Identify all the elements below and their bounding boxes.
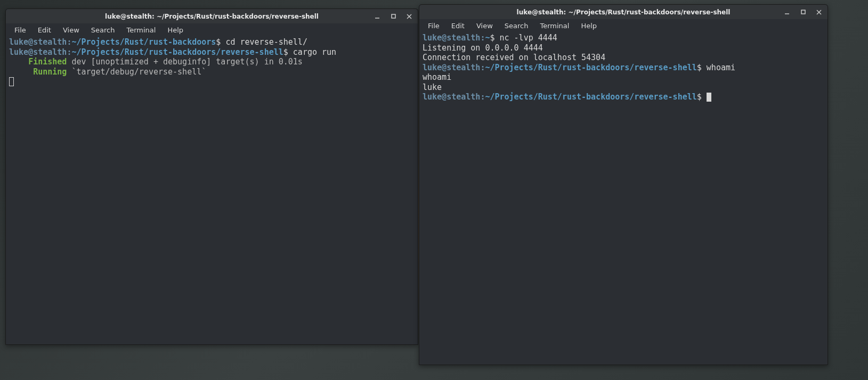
menu-edit[interactable]: Edit <box>446 21 470 31</box>
status-rest: dev [unoptimized + debuginfo] target(s) … <box>67 57 303 67</box>
maximize-icon[interactable] <box>800 9 806 15</box>
menu-file[interactable]: File <box>423 21 445 31</box>
status-finished: Finished <box>28 57 67 67</box>
prompt-dollar: $ <box>216 37 225 47</box>
maximize-icon[interactable] <box>390 13 396 20</box>
menu-file[interactable]: File <box>9 25 31 35</box>
menu-search[interactable]: Search <box>86 25 120 35</box>
term-line: luke@stealth:~$ nc -lvp 4444 <box>423 33 824 43</box>
path: ~/Projects/Rust/rust-backdoors/reverse-s… <box>71 47 283 57</box>
term-line: luke@stealth:~/Projects/Rust/rust-backdo… <box>423 92 824 102</box>
window-title: luke@stealth: ~/Projects/Rust/rust-backd… <box>11 13 412 20</box>
indent <box>9 67 33 77</box>
menu-terminal[interactable]: Terminal <box>534 21 574 31</box>
svg-rect-5 <box>801 10 805 14</box>
term-line: Running `target/debug/reverse-shell` <box>9 67 415 77</box>
terminal-output-right[interactable]: luke@stealth:~$ nc -lvp 4444 Listening o… <box>419 32 828 365</box>
path: ~/Projects/Rust/rust-backdoors/reverse-s… <box>485 63 696 72</box>
command: nc -lvp 4444 <box>500 33 557 43</box>
status-rest: `target/debug/reverse-shell` <box>67 67 206 77</box>
user-host: luke@stealth <box>423 92 480 102</box>
window-controls <box>374 13 412 20</box>
prompt-dollar: $ <box>697 92 707 102</box>
prompt-dollar: $ <box>490 33 499 43</box>
status-running: Running <box>33 67 67 77</box>
indent <box>9 57 28 67</box>
window-controls <box>784 9 822 15</box>
user-host: luke@stealth <box>9 47 67 57</box>
term-line: luke@stealth:~/Projects/Rust/rust-backdo… <box>9 37 415 47</box>
menu-search[interactable]: Search <box>499 21 534 31</box>
minimize-icon[interactable] <box>374 13 380 20</box>
menu-view[interactable]: View <box>58 25 85 35</box>
terminal-window-right: luke@stealth: ~/Projects/Rust/rust-backd… <box>419 4 828 365</box>
path: ~/Projects/Rust/rust-backdoors <box>71 37 216 47</box>
svg-rect-1 <box>392 14 395 18</box>
path: ~/Projects/Rust/rust-backdoors/reverse-s… <box>485 92 696 102</box>
menu-help[interactable]: Help <box>575 21 602 31</box>
menu-help[interactable]: Help <box>162 25 189 35</box>
command: cd reverse-shell/ <box>225 37 307 47</box>
user-host: luke@stealth <box>423 63 480 72</box>
term-line: whoami <box>423 72 824 82</box>
menu-terminal[interactable]: Terminal <box>121 25 161 35</box>
menubar-left: File Edit View Search Terminal Help <box>6 23 418 36</box>
user-host: luke@stealth <box>423 33 480 43</box>
cursor-line <box>9 77 415 87</box>
minimize-icon[interactable] <box>784 9 790 15</box>
term-line: Connection received on localhost 54304 <box>423 53 824 63</box>
terminal-window-left: luke@stealth: ~/Projects/Rust/rust-backd… <box>5 9 418 345</box>
prompt-dollar: $ <box>697 63 707 72</box>
command: whoami <box>707 63 735 72</box>
close-icon[interactable] <box>406 13 412 20</box>
term-line: luke@stealth:~/Projects/Rust/rust-backdo… <box>9 47 415 57</box>
term-line: luke <box>423 82 824 93</box>
term-line: Finished dev [unoptimized + debuginfo] t… <box>9 57 415 67</box>
term-line: luke@stealth:~/Projects/Rust/rust-backdo… <box>423 63 824 73</box>
window-title: luke@stealth: ~/Projects/Rust/rust-backd… <box>425 9 822 16</box>
command: cargo run <box>293 47 336 57</box>
menu-edit[interactable]: Edit <box>33 25 56 35</box>
menu-view[interactable]: View <box>471 21 498 31</box>
prompt-dollar: $ <box>283 47 293 57</box>
titlebar-right[interactable]: luke@stealth: ~/Projects/Rust/rust-backd… <box>419 5 828 19</box>
terminal-output-left[interactable]: luke@stealth:~/Projects/Rust/rust-backdo… <box>6 36 418 344</box>
term-line: Listening on 0.0.0.0 4444 <box>423 43 824 53</box>
cursor-icon <box>707 93 711 102</box>
titlebar-left[interactable]: luke@stealth: ~/Projects/Rust/rust-backd… <box>6 9 418 23</box>
user-host: luke@stealth <box>9 37 67 47</box>
menubar-right: File Edit View Search Terminal Help <box>419 19 828 32</box>
cursor-icon <box>9 77 14 86</box>
close-icon[interactable] <box>816 9 822 15</box>
